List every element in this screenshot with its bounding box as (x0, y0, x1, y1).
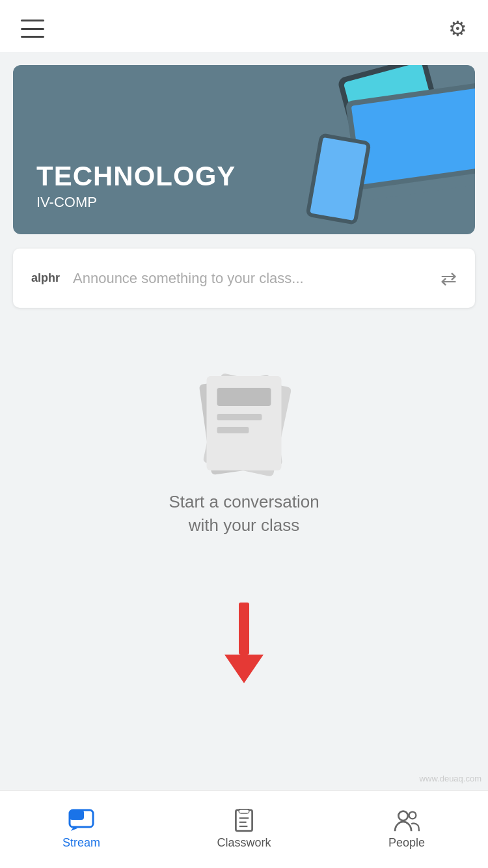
paper-line-2 (217, 427, 249, 433)
class-section: IV-COMP (36, 194, 236, 211)
svg-point-8 (398, 811, 407, 821)
repost-icon[interactable]: ⇄ (441, 267, 457, 290)
svg-point-9 (409, 812, 416, 819)
announce-card: alphr Announce something to your class..… (13, 249, 475, 308)
people-label: People (388, 836, 425, 850)
devices-illustration (234, 65, 475, 234)
arrow-shaft (239, 603, 249, 655)
arrow-head (224, 655, 264, 683)
svg-rect-4 (239, 810, 249, 813)
watermark: www.deuaq.com (420, 774, 481, 783)
empty-state-text: Start a conversation with your class (169, 490, 319, 537)
red-arrow (224, 603, 264, 683)
bottom-nav: Stream Classwork People (0, 790, 488, 868)
user-avatar-text: alphr (31, 271, 60, 285)
nav-stream[interactable]: Stream (0, 791, 163, 868)
empty-state: Start a conversation with your class (0, 360, 488, 537)
stream-label: Stream (62, 836, 100, 850)
hero-banner: TECHNOLOGY IV-COMP (13, 65, 475, 234)
class-name: TECHNOLOGY (36, 161, 236, 191)
stream-icon (68, 809, 94, 832)
classwork-label: Classwork (217, 836, 271, 850)
paper-line-1 (217, 414, 262, 420)
nav-classwork[interactable]: Classwork (163, 791, 325, 868)
phone-device (305, 133, 371, 225)
top-bar: ⚙ (0, 0, 488, 52)
people-icon (394, 809, 420, 832)
paper-header-block (217, 388, 271, 406)
nav-people[interactable]: People (325, 791, 488, 868)
svg-rect-1 (70, 810, 84, 820)
menu-icon[interactable] (21, 20, 44, 38)
arrow-container (0, 603, 488, 683)
paper-front (207, 376, 282, 470)
hero-text: TECHNOLOGY IV-COMP (36, 161, 236, 211)
settings-icon[interactable]: ⚙ (448, 18, 467, 39)
papers-illustration (192, 360, 296, 470)
classwork-icon (231, 809, 257, 832)
announce-placeholder[interactable]: Announce something to your class... (73, 270, 430, 287)
